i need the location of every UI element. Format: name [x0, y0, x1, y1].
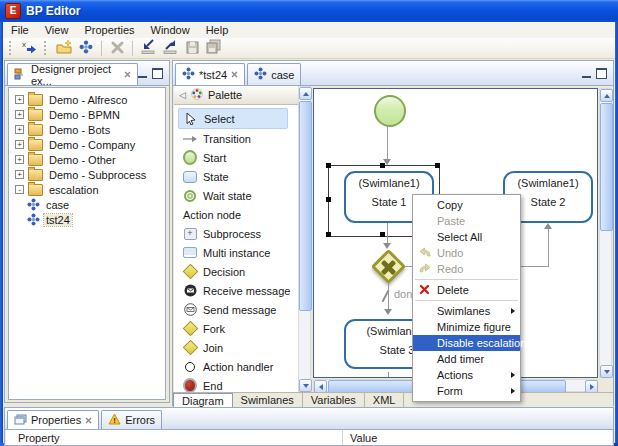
- context-menu-item-minimize-figure[interactable]: Minimize figure: [413, 319, 520, 335]
- scroll-up-icon[interactable]: [299, 87, 312, 100]
- tree-item-demo-company[interactable]: +Demo - Company: [9, 137, 165, 152]
- selection-handle[interactable]: [326, 232, 331, 237]
- tab-tst24[interactable]: *tst24: [175, 63, 245, 85]
- tree-item-demo-bpmn[interactable]: +Demo - BPMN: [9, 107, 165, 122]
- import-button[interactable]: [138, 39, 158, 57]
- context-menu-item-redo[interactable]: Redo: [413, 261, 520, 277]
- expand-icon[interactable]: +: [15, 110, 24, 119]
- palette-item-transition[interactable]: Transition: [174, 129, 298, 148]
- context-menu-item-paste[interactable]: Paste: [413, 213, 520, 229]
- scroll-down-icon[interactable]: [299, 379, 312, 392]
- column-header-property[interactable]: Property: [18, 432, 60, 444]
- tree-item-escalation[interactable]: -escalation: [9, 182, 165, 197]
- context-menu-item-form[interactable]: Form: [413, 383, 520, 399]
- save-button-disabled[interactable]: [182, 39, 202, 57]
- maximize-icon[interactable]: [152, 68, 163, 79]
- column-divider[interactable]: [342, 430, 343, 445]
- new-project-button[interactable]: [54, 39, 74, 57]
- context-menu-item-add-timer[interactable]: Add timer: [413, 351, 520, 367]
- tab-swimlanes[interactable]: Swimlanes: [233, 393, 303, 407]
- selection-handle[interactable]: [326, 197, 331, 202]
- collapse-palette-icon[interactable]: ◁: [179, 90, 186, 100]
- context-menu-item-disable-escalation[interactable]: Disable escalation: [413, 335, 520, 351]
- tab-designer-project-explorer[interactable]: Designer project ex...: [7, 63, 138, 85]
- delete-button-disabled[interactable]: [107, 39, 127, 57]
- minimize-icon[interactable]: [138, 69, 147, 78]
- scroll-up-icon[interactable]: [600, 89, 613, 102]
- context-menu-item-swimlanes[interactable]: Swimlanes: [413, 303, 520, 319]
- palette-item-select[interactable]: Select: [178, 108, 288, 129]
- tree-item-tst24[interactable]: tst24: [9, 212, 165, 227]
- title-bar[interactable]: E BP Editor: [0, 0, 618, 22]
- selection-handle[interactable]: [380, 163, 385, 168]
- export-button[interactable]: [160, 39, 180, 57]
- close-icon[interactable]: [124, 71, 131, 78]
- palette-item-start[interactable]: Start: [174, 148, 298, 167]
- transition-decision-state2[interactable]: [548, 229, 549, 267]
- palette-item-send-message[interactable]: Send message: [174, 300, 298, 319]
- menu-properties[interactable]: Properties: [76, 23, 142, 37]
- context-menu-item-undo[interactable]: Undo: [413, 245, 520, 261]
- save-all-button-disabled[interactable]: [204, 39, 224, 57]
- expand-icon[interactable]: +: [15, 155, 24, 164]
- transition-state1-decision[interactable]: [387, 223, 388, 244]
- palette-item-multi-instance[interactable]: Multi instance: [174, 243, 298, 262]
- expand-icon[interactable]: +: [15, 140, 24, 149]
- column-header-value[interactable]: Value: [350, 432, 377, 444]
- palette-item-state[interactable]: State: [174, 167, 298, 186]
- palette-item-wait-state[interactable]: Wait state: [174, 186, 298, 205]
- close-icon[interactable]: [231, 71, 238, 78]
- palette-item-subprocess[interactable]: +Subprocess: [174, 224, 298, 243]
- toolbar-drag-handle[interactable]: [9, 41, 14, 55]
- context-menu-item-actions[interactable]: Actions: [413, 367, 520, 383]
- tab-case[interactable]: case: [247, 63, 301, 85]
- maximize-icon[interactable]: [596, 68, 607, 79]
- tab-variables[interactable]: Variables: [303, 393, 365, 407]
- expand-icon[interactable]: +: [15, 125, 24, 134]
- menu-file[interactable]: File: [3, 23, 37, 37]
- tree-item-demo-alfresco[interactable]: +Demo - Alfresco: [9, 92, 165, 107]
- palette-item-action-handler[interactable]: Action handler: [174, 357, 298, 376]
- scroll-down-icon[interactable]: [600, 365, 613, 378]
- transition-decision-state3[interactable]: [388, 283, 389, 310]
- tab-diagram[interactable]: Diagram: [173, 393, 233, 407]
- collapse-icon[interactable]: -: [15, 185, 24, 194]
- transition-state3-down[interactable]: [388, 372, 389, 378]
- transition-start-state1[interactable]: [387, 127, 388, 160]
- palette-item-join[interactable]: Join: [174, 338, 298, 357]
- menu-window[interactable]: Window: [143, 23, 198, 37]
- selection-handle[interactable]: [435, 163, 440, 168]
- canvas-vscroll-thumb[interactable]: [600, 103, 613, 231]
- context-menu-item-copy[interactable]: Copy: [413, 197, 520, 213]
- menu-view[interactable]: View: [37, 23, 77, 37]
- tab-errors[interactable]: ! Errors: [101, 410, 162, 429]
- expand-icon[interactable]: +: [15, 170, 24, 179]
- tree-item-demo-other[interactable]: +Demo - Other: [9, 152, 165, 167]
- context-menu-item-delete[interactable]: Delete: [413, 282, 520, 298]
- context-menu-item-select-all[interactable]: Select All: [413, 229, 520, 245]
- tree-item-demo-subprocess[interactable]: +Demo - Subprocess: [9, 167, 165, 182]
- palette-item-decision[interactable]: Decision: [174, 262, 298, 281]
- menu-help[interactable]: Help: [198, 23, 237, 37]
- toolbar-drag-handle[interactable]: [44, 41, 49, 55]
- tab-properties[interactable]: Properties: [7, 410, 99, 429]
- palette-item-receive-message[interactable]: Receive message: [174, 281, 298, 300]
- selection-handle[interactable]: [326, 163, 331, 168]
- palette-scrollbar-thumb[interactable]: [299, 101, 312, 311]
- selection-handle[interactable]: [380, 232, 385, 237]
- minimize-icon[interactable]: [582, 69, 591, 78]
- menu-item-label: Copy: [437, 199, 463, 211]
- tree-item-demo-bots[interactable]: +Demo - Bots: [9, 122, 165, 137]
- export-xml-button[interactable]: x: [19, 39, 39, 57]
- expand-icon[interactable]: +: [15, 95, 24, 104]
- close-icon[interactable]: [85, 417, 92, 424]
- palette-item-action-node[interactable]: Action node: [174, 205, 298, 224]
- palette-scrollbar[interactable]: [298, 86, 311, 392]
- tree-item-case[interactable]: case: [9, 197, 165, 212]
- tab-xml[interactable]: XML: [365, 393, 405, 407]
- start-node[interactable]: [374, 95, 406, 127]
- new-process-button[interactable]: [76, 39, 96, 57]
- send-message-icon: [183, 303, 197, 317]
- palette-item-fork[interactable]: Fork: [174, 319, 298, 338]
- canvas-vertical-scrollbar[interactable]: [599, 88, 612, 378]
